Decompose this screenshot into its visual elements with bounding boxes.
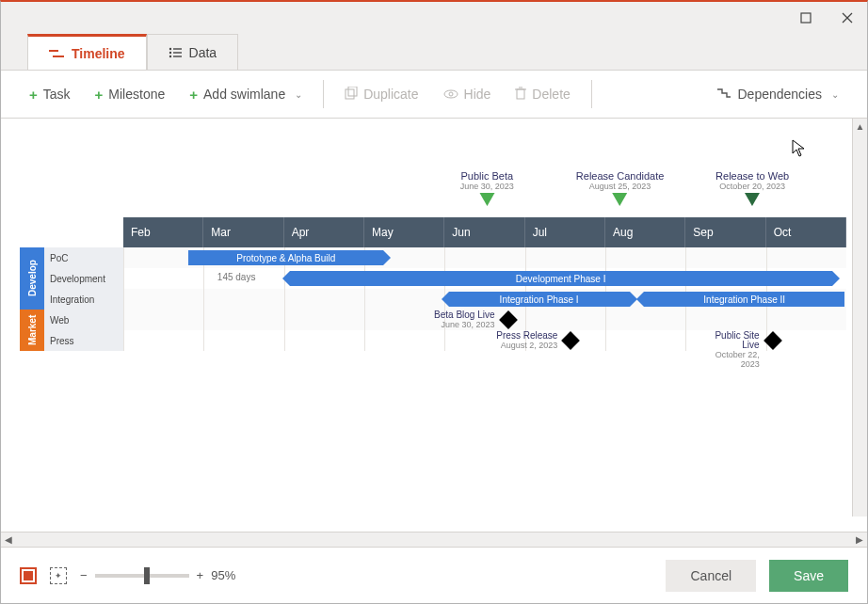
divider (323, 80, 324, 108)
dependencies-icon (716, 87, 731, 102)
milestone-label: Beta Blog LiveJune 30, 2023 (434, 310, 508, 329)
scroll-right-arrow[interactable]: ▶ (852, 534, 867, 545)
add-task-button[interactable]: +Task (20, 81, 80, 108)
toolbar: +Task +Milestone +Add swimlane⌄ Duplicat… (1, 70, 867, 119)
list-icon (169, 47, 182, 58)
svg-point-9 (169, 55, 170, 56)
tab-label: Data (189, 45, 217, 60)
milestone-label: Press ReleaseAugust 2, 2023 (496, 331, 571, 350)
view-tabs: Timeline Data (27, 34, 238, 70)
svg-rect-0 (801, 13, 811, 23)
month-cell: Mar (203, 217, 283, 247)
zoom-control: − + 95% (80, 568, 235, 582)
flag-date: August 25, 2023 (576, 182, 665, 191)
svg-rect-12 (348, 87, 357, 96)
milestone-flag[interactable]: Release CandidateAugust 25, 2023 (576, 170, 665, 206)
tab-label: Timeline (72, 46, 125, 61)
duplicate-icon (345, 87, 358, 103)
month-cell: Oct (766, 217, 846, 247)
row-track[interactable]: Beta Blog LiveJune 30, 2023 (123, 310, 846, 330)
duplicate-button: Duplicate (335, 81, 427, 108)
delete-button: Delete (506, 81, 579, 108)
cursor-icon (792, 139, 807, 163)
timeline-row: PressPress ReleaseAugust 2, 2023Public S… (44, 330, 846, 351)
flag-triangle-icon (479, 193, 494, 206)
zoom-thumb[interactable] (144, 567, 150, 584)
add-milestone-button[interactable]: +Milestone (86, 81, 175, 108)
scroll-up-arrow[interactable]: ▲ (853, 119, 867, 134)
flag-title: Release Candidate (576, 170, 665, 182)
row-track[interactable]: Integration Phase IIntegration Phase II (123, 289, 846, 310)
timeline-row: DevelopmentDevelopment Phase I145 days (44, 268, 846, 289)
month-cell: Jun (444, 217, 524, 247)
horizontal-scrollbar[interactable]: ◀ ▶ (1, 532, 867, 547)
divider (591, 80, 592, 108)
save-button[interactable]: Save (769, 560, 848, 592)
cancel-button[interactable]: Cancel (666, 560, 756, 592)
zoom-value: 95% (211, 568, 235, 582)
zoom-slider[interactable] (95, 574, 189, 578)
month-cell: May (364, 217, 444, 247)
zoom-out-button[interactable]: − (80, 568, 88, 582)
chevron-down-icon: ⌄ (831, 89, 839, 100)
hide-button: Hide (434, 81, 501, 107)
add-swimlane-button[interactable]: +Add swimlane⌄ (180, 81, 312, 108)
svg-point-7 (169, 51, 170, 53)
scroll-left-arrow[interactable]: ◀ (1, 534, 16, 545)
task-bar[interactable]: Integration Phase I (449, 292, 630, 307)
month-cell: Feb (123, 217, 203, 247)
task-bar[interactable]: Development Phase I (290, 271, 832, 286)
maximize-button[interactable] (794, 6, 818, 30)
timeline-canvas[interactable]: Public BetaJune 30, 2023Release Candidat… (1, 119, 867, 532)
titlebar (1, 2, 867, 34)
timeline-row: PoCPrototype & Alpha Build (44, 247, 846, 268)
flag-title: Public Beta (460, 170, 514, 182)
svg-point-14 (449, 92, 453, 96)
swimlane: MarketWebBeta Blog LiveJune 30, 2023Pres… (20, 310, 846, 351)
swimlane: DevelopPoCPrototype & Alpha BuildDevelop… (20, 247, 846, 310)
flag-triangle-icon (613, 193, 628, 206)
row-track[interactable]: Prototype & Alpha Build (123, 247, 846, 268)
duration-label: 145 days (217, 272, 256, 282)
svg-rect-11 (346, 89, 354, 99)
canvas-area: Public BetaJune 30, 2023Release Candidat… (1, 119, 867, 547)
vertical-scrollbar[interactable]: ▲ (852, 119, 867, 517)
row-label: PoC (44, 247, 123, 268)
row-label: Development (44, 268, 123, 289)
row-track[interactable]: Development Phase I145 days (123, 268, 846, 289)
swimlane-label[interactable]: Develop (20, 247, 44, 310)
scroll-track[interactable] (16, 534, 852, 546)
milestone-flag[interactable]: Public BetaJune 30, 2023 (460, 170, 514, 206)
flag-date: October 20, 2023 (715, 182, 789, 191)
flag-date: June 30, 2023 (460, 182, 514, 191)
tab-timeline[interactable]: Timeline (27, 34, 147, 70)
footer: ✦ − + 95% Cancel Save (1, 547, 867, 603)
milestone-flag[interactable]: Release to WebOctober 20, 2023 (715, 170, 789, 206)
task-bar[interactable]: Prototype & Alpha Build (188, 250, 383, 265)
month-cell: Sep (685, 217, 765, 247)
zoom-in-button[interactable]: + (197, 568, 204, 582)
month-cell: Aug (605, 217, 685, 247)
svg-point-5 (169, 47, 170, 49)
flag-triangle-icon (745, 193, 760, 206)
timeline-icon (49, 48, 64, 59)
dependencies-button[interactable]: Dependencies⌄ (707, 81, 848, 107)
milestone-label: Public Site LiveOctober 22, 2023 (699, 331, 772, 369)
fit-width-icon[interactable]: ✦ (50, 567, 67, 584)
timeline-row: IntegrationIntegration Phase IIntegratio… (44, 289, 846, 310)
row-label: Integration (44, 289, 123, 310)
chevron-down-icon: ⌄ (295, 89, 302, 100)
tab-data[interactable]: Data (147, 34, 239, 70)
month-cell: Jul (525, 217, 605, 247)
task-bar[interactable]: Integration Phase II (644, 292, 845, 307)
month-header: FebMarAprMayJunJulAugSepOct (20, 217, 846, 247)
flag-title: Release to Web (715, 170, 789, 182)
close-button[interactable] (835, 6, 860, 30)
svg-point-13 (444, 90, 458, 98)
row-track[interactable]: Press ReleaseAugust 2, 2023Public Site L… (123, 330, 846, 351)
fit-page-icon[interactable] (20, 567, 37, 584)
row-label: Web (44, 310, 123, 330)
timeline-row: WebBeta Blog LiveJune 30, 2023 (44, 310, 846, 330)
swimlane-label[interactable]: Market (20, 310, 44, 351)
svg-rect-15 (517, 89, 524, 99)
